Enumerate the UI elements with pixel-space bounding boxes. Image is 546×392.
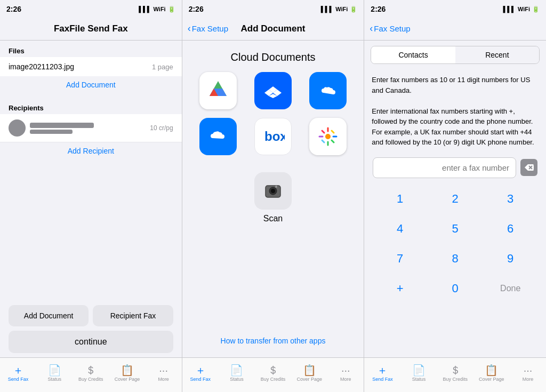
nav-bar-2: ‹ Fax Setup Add Document	[182, 17, 364, 41]
tab-buy-credits-3[interactable]: ＄ Buy Credits	[437, 358, 473, 389]
tab-bar-2: ＋ Send Fax 📄 Status ＄ Buy Credits 📋 Cove…	[182, 357, 364, 392]
fax-number-input[interactable]	[373, 157, 516, 178]
buy-credits-icon-1: ＄	[85, 365, 96, 375]
icloud-item[interactable]	[304, 72, 351, 109]
file-pages: 1 page	[152, 63, 173, 71]
tab-more-2[interactable]: ··· More	[327, 358, 364, 389]
tab-more-3[interactable]: ··· More	[510, 358, 546, 389]
add-document-link[interactable]: Add Document	[0, 76, 182, 93]
key-8[interactable]: 8	[428, 244, 483, 273]
scan-icon	[254, 172, 292, 210]
how-to-link[interactable]: How to transfer from other apps	[182, 328, 364, 354]
key-4[interactable]: 4	[373, 214, 427, 243]
tab-more-1[interactable]: ··· More	[146, 358, 182, 389]
recipient-fax-button[interactable]: Recipient Fax	[93, 305, 173, 326]
signal-icon: ▌▌▌	[139, 6, 151, 12]
tab-status-3[interactable]: 📄 Status	[400, 358, 437, 389]
dropbox-icon	[254, 72, 292, 109]
key-5[interactable]: 5	[428, 214, 483, 243]
file-row: image20211203.jpg 1 page	[0, 57, 182, 76]
file-name: image20211203.jpg	[9, 62, 74, 71]
tab-status-label-2: Status	[230, 377, 244, 382]
tab-status-label-3: Status	[412, 377, 426, 382]
key-1[interactable]: 1	[373, 185, 427, 213]
key-7[interactable]: 7	[373, 244, 427, 273]
box-item[interactable]: box	[250, 118, 296, 155]
svg-point-22	[271, 189, 275, 193]
svg-text:box: box	[264, 129, 285, 143]
files-section-header: Files	[0, 41, 182, 57]
separator-5	[0, 172, 182, 177]
scan-item[interactable]: Scan	[182, 164, 364, 232]
tab-send-fax-1[interactable]: ＋ Send Fax	[0, 358, 36, 389]
cover-page-icon-3: 📋	[485, 365, 498, 375]
back-chevron-2: ‹	[188, 23, 191, 34]
buy-credits-icon-2: ＄	[268, 365, 278, 375]
tab-cover-page-2[interactable]: 📋 Cover Page	[291, 358, 327, 389]
cover-page-icon-2: 📋	[303, 365, 316, 375]
nav-back-3[interactable]: ‹ Fax Setup	[370, 23, 410, 34]
gdrive-item[interactable]	[195, 72, 242, 109]
key-6[interactable]: 6	[483, 214, 537, 243]
cloud-grid: box	[182, 72, 364, 155]
more-icon-2: ···	[341, 365, 350, 375]
svg-point-23	[275, 186, 277, 188]
recipient-num-bar	[30, 130, 73, 134]
continue-button[interactable]: continue	[9, 331, 173, 353]
send-fax-icon-3: ＋	[377, 365, 388, 375]
tab-cover-page-label-2: Cover Page	[296, 377, 322, 382]
add-recipient-link[interactable]: Add Recipient	[0, 142, 182, 159]
key-2[interactable]: 2	[428, 185, 483, 213]
box-icon: box	[254, 118, 292, 155]
key-done[interactable]: Done	[483, 274, 537, 303]
battery-icon: 🔋	[168, 6, 175, 13]
content-1: Files image20211203.jpg 1 page Add Docum…	[0, 41, 182, 299]
nav-back-2[interactable]: ‹ Fax Setup	[188, 23, 228, 34]
tab-cover-page-label-3: Cover Page	[479, 377, 504, 382]
tab-status-1[interactable]: 📄 Status	[36, 358, 73, 389]
screen-1: 2:26 ▌▌▌ WiFi 🔋 FaxFile Send Fax Files i…	[0, 0, 182, 392]
tab-status-2[interactable]: 📄 Status	[219, 358, 255, 389]
top-btn-row: Add Document Recipient Fax	[9, 305, 173, 326]
key-9[interactable]: 9	[483, 244, 537, 273]
battery-icon-2: 🔋	[350, 6, 357, 13]
dropbox-item[interactable]	[250, 72, 296, 109]
content-3: Contacts Recent Enter fax numbers as 10 …	[364, 41, 546, 357]
tab-cover-page-3[interactable]: 📋 Cover Page	[473, 358, 510, 389]
photos-item[interactable]	[304, 118, 351, 155]
key-plus[interactable]: +	[373, 274, 427, 303]
onedrive-icon	[199, 118, 237, 155]
key-0[interactable]: 0	[428, 274, 483, 303]
send-fax-icon-2: ＋	[195, 365, 206, 375]
contacts-segment[interactable]: Contacts	[371, 46, 455, 63]
tab-buy-credits-label-3: Buy Credits	[443, 377, 468, 382]
add-document-button[interactable]: Add Document	[9, 305, 89, 326]
tab-send-fax-label-1: Send Fax	[8, 377, 29, 382]
tab-send-fax-2[interactable]: ＋ Send Fax	[182, 358, 219, 389]
tab-cover-page-label-1: Cover Page	[115, 377, 140, 382]
tab-buy-credits-1[interactable]: ＄ Buy Credits	[73, 358, 109, 389]
nav-title-1: FaxFile Send Fax	[54, 23, 128, 34]
more-icon-1: ···	[159, 365, 168, 375]
more-icon-3: ···	[524, 365, 533, 375]
key-3[interactable]: 3	[483, 185, 537, 213]
status-bar-2: 2:26 ▌▌▌ WiFi 🔋	[182, 0, 364, 17]
signal-icon-3: ▌▌▌	[503, 6, 516, 12]
tab-send-fax-3[interactable]: ＋ Send Fax	[364, 358, 400, 389]
onedrive-item[interactable]	[195, 118, 242, 155]
time-2: 2:26	[189, 5, 204, 13]
content-2: Cloud Documents	[182, 41, 364, 357]
tab-more-label-1: More	[158, 377, 169, 382]
status-icon-1: 📄	[48, 365, 61, 375]
tab-buy-credits-2[interactable]: ＄ Buy Credits	[255, 358, 291, 389]
cover-page-icon-1: 📋	[121, 365, 134, 375]
tab-cover-page-1[interactable]: 📋 Cover Page	[109, 358, 145, 389]
recipient-credits: 10 cr/pg	[150, 124, 173, 132]
photos-icon	[309, 118, 347, 155]
tab-more-label-3: More	[523, 377, 534, 382]
tab-buy-credits-label-1: Buy Credits	[78, 377, 103, 382]
recent-segment[interactable]: Recent	[455, 46, 539, 63]
recipient-row: 10 cr/pg	[0, 114, 182, 142]
clear-button[interactable]	[520, 159, 537, 176]
separator-1	[0, 93, 182, 98]
